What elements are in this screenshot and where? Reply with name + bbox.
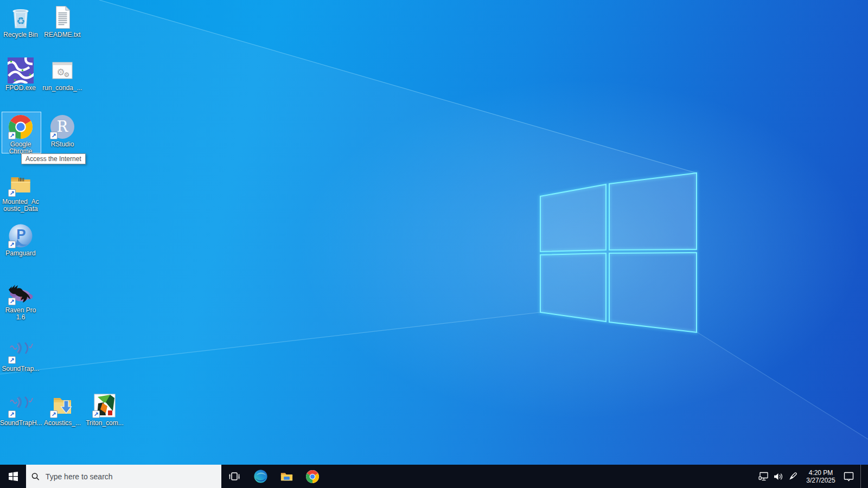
shortcut-arrow-icon: ↗	[92, 410, 100, 418]
taskbar-clock[interactable]: 4:20 PM 3/27/2025	[803, 469, 839, 484]
pen-icon	[788, 471, 798, 481]
icon-label: README.txt	[42, 31, 83, 38]
chrome-icon	[305, 470, 320, 484]
shortcut-arrow-icon: ↗	[50, 132, 58, 139]
chrome-icon: ↗	[8, 114, 34, 140]
desktop-icon-mounted-acoustic-data[interactable]: ↗ Mounted_Ac oustic_Data	[0, 171, 41, 213]
text-file-icon	[49, 4, 75, 30]
edge-button[interactable]	[247, 465, 273, 488]
script-gears-icon: ⚙ ⚙	[49, 57, 75, 84]
action-center-button[interactable]	[841, 465, 856, 488]
taskbar: 4:20 PM 3/27/2025	[0, 465, 868, 488]
desktop-icon-fpod[interactable]: FPOD.exe	[0, 57, 41, 92]
icon-label: SoundTrap...	[0, 365, 41, 373]
network-tray-button[interactable]	[756, 465, 771, 488]
shortcut-arrow-icon: ↗	[8, 298, 16, 305]
desktop-icon-google-chrome[interactable]: ↗ Google Chrome	[0, 114, 41, 155]
search-input[interactable]	[44, 472, 216, 481]
chrome-taskbar-button[interactable]	[299, 465, 326, 488]
raven-icon: ↗	[8, 280, 34, 306]
shortcut-arrow-icon: ↗	[8, 189, 16, 197]
icon-label: Acoustics_...	[42, 420, 83, 427]
icon-label: Pamguard	[0, 250, 41, 257]
desktop-icon-pamguard[interactable]: P ↗ Pamguard	[0, 223, 41, 257]
icon-label: Raven Pro 1.6	[0, 307, 41, 321]
svg-text:♻: ♻	[16, 16, 25, 27]
icon-label: Triton_com...	[84, 420, 125, 427]
shortcut-arrow-icon: ↗	[50, 410, 58, 418]
desktop-icon-acoustics[interactable]: ↗ Acoustics_...	[42, 393, 83, 427]
tooltip: Access the Internet	[21, 153, 86, 164]
windows-logo-icon	[8, 471, 18, 481]
wallpaper-windows-logo	[0, 0, 868, 465]
shortcut-arrow-icon: ↗	[8, 356, 16, 364]
action-center-icon	[843, 471, 854, 482]
desktop-icon-rstudio[interactable]: R ↗ RStudio	[42, 114, 83, 148]
soundtrap-waves-icon: ↗	[8, 393, 34, 419]
edge-icon	[253, 469, 268, 484]
network-icon	[758, 471, 769, 481]
task-view-icon	[228, 470, 241, 483]
shortcut-arrow-icon: ↗	[8, 132, 16, 139]
volume-icon	[773, 472, 783, 481]
start-button[interactable]	[0, 465, 26, 488]
icon-label: RStudio	[42, 141, 83, 148]
svg-text:⚙: ⚙	[64, 71, 70, 79]
show-desktop-button[interactable]	[860, 465, 864, 488]
task-view-button[interactable]	[221, 465, 247, 488]
system-tray: 4:20 PM 3/27/2025	[756, 465, 868, 488]
file-explorer-button[interactable]	[273, 465, 299, 488]
fpod-app-icon	[8, 57, 34, 84]
search-icon	[31, 472, 40, 481]
icon-label-line2: oustic_Data	[0, 206, 41, 213]
svg-text:R: R	[57, 118, 68, 135]
desktop-icon-recycle-bin[interactable]: ♻ Recycle Bin	[0, 4, 41, 38]
desktop-icon-run-conda[interactable]: ⚙ ⚙ run_conda_...	[42, 57, 83, 92]
pamguard-icon: P ↗	[8, 223, 34, 249]
clock-date: 3/27/2025	[803, 477, 839, 484]
svg-text:P: P	[16, 226, 25, 242]
shortcut-arrow-icon: ↗	[8, 410, 16, 418]
icon-label: FPOD.exe	[0, 85, 41, 92]
volume-tray-button[interactable]	[771, 465, 786, 488]
triton-icon: ↗	[92, 393, 118, 419]
desktop[interactable]: ♻ Recycle Bin README.txt	[0, 0, 868, 465]
soundtrap-waves-icon: ↗	[8, 338, 34, 364]
icon-label: run_conda_...	[42, 85, 83, 92]
recycle-bin-icon: ♻	[8, 4, 34, 30]
shortcut-arrow-icon: ↗	[8, 241, 16, 248]
clock-time: 4:20 PM	[803, 469, 839, 477]
folder-icon: ↗	[8, 171, 34, 197]
taskbar-search[interactable]	[26, 465, 221, 488]
rstudio-icon: R ↗	[49, 114, 75, 140]
desktop-icon-readme[interactable]: README.txt	[42, 4, 83, 38]
icon-label: Recycle Bin	[0, 31, 41, 38]
windows-ink-tray-button[interactable]	[786, 465, 800, 488]
desktop-icon-soundtrap[interactable]: ↗ SoundTrap...	[0, 338, 41, 373]
icon-label: SoundTrapH...	[0, 420, 41, 427]
folder-download-icon: ↗	[49, 393, 75, 419]
desktop-icon-triton[interactable]: ↗ Triton_com...	[84, 393, 125, 427]
desktop-icon-soundtraph[interactable]: ↗ SoundTrapH...	[0, 393, 41, 427]
file-explorer-icon	[279, 469, 294, 484]
desktop-icon-raven-pro[interactable]: ↗ Raven Pro 1.6	[0, 280, 41, 321]
